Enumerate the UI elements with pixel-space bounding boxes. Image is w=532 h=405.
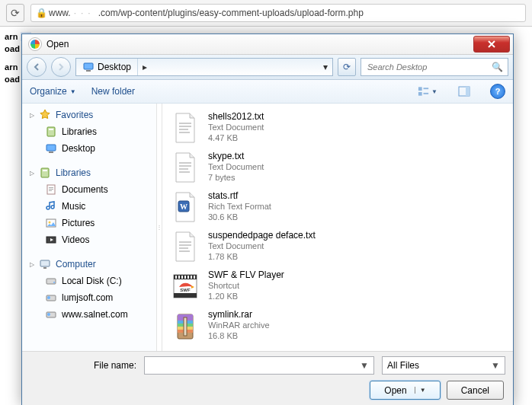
open-file-dialog: Open Desktop ▸ ▾ ⟳ 🔍 Orga: [21, 33, 514, 405]
svg-rect-50: [187, 276, 189, 279]
svg-rect-17: [49, 190, 52, 191]
file-name: suspendedpage deface.txt: [208, 230, 316, 241]
organize-menu[interactable]: Organize▼: [30, 86, 76, 97]
file-item[interactable]: SWFSWF & FLV PlayerShortcut1.20 KB: [165, 266, 510, 306]
svg-rect-36: [179, 171, 190, 173]
forward-button[interactable]: [51, 57, 71, 77]
svg-point-19: [49, 222, 51, 224]
preview-pane-button[interactable]: [453, 82, 475, 100]
net-icon: [45, 292, 57, 304]
chevron-down-icon[interactable]: ▼: [489, 359, 502, 372]
file-kind: Text Document: [208, 241, 316, 251]
sidebar-item[interactable]: Desktop: [22, 140, 156, 157]
svg-rect-51: [191, 276, 192, 279]
url-bar[interactable]: 🔒 www. ··· .com/wp-content/plugins/easy-…: [30, 4, 526, 22]
svg-rect-4: [424, 88, 429, 89]
svg-rect-47: [178, 276, 180, 279]
net-icon: [45, 308, 57, 320]
file-icon: [170, 111, 200, 145]
chevron-right-icon[interactable]: ▸: [138, 62, 152, 72]
close-button[interactable]: [473, 36, 510, 53]
chevron-down-icon[interactable]: ▼: [358, 359, 370, 372]
sidebar-item[interactable]: lumjsoft.com: [22, 289, 156, 306]
desktop-icon: [45, 142, 57, 155]
file-icon: [170, 230, 200, 263]
location-bar[interactable]: Desktop ▸ ▾: [75, 58, 333, 76]
svg-rect-42: [179, 250, 190, 252]
file-kind: Text Document: [208, 161, 264, 172]
svg-rect-7: [466, 87, 470, 96]
sidebar-item[interactable]: www.salnet.com: [22, 306, 156, 323]
file-icon: W: [170, 190, 200, 224]
svg-rect-60: [184, 317, 187, 336]
svg-rect-45: [174, 293, 197, 298]
file-name: symlink.rar: [208, 309, 270, 320]
file-item[interactable]: suspendedpage deface.txtText Document1.7…: [165, 227, 510, 266]
file-kind: Rich Text Format: [208, 201, 271, 212]
sidebar-item[interactable]: Documents: [22, 181, 156, 198]
back-button[interactable]: [27, 57, 46, 77]
doc-icon: [45, 183, 57, 196]
filename-label: File name:: [30, 360, 136, 371]
sidebar-item[interactable]: Pictures: [22, 215, 156, 231]
svg-rect-12: [41, 168, 49, 177]
refresh-button[interactable]: ⟳: [338, 58, 356, 76]
new-folder-button[interactable]: New folder: [91, 86, 135, 97]
reload-button[interactable]: ⟳: [6, 4, 24, 22]
dialog-title: Open: [46, 39, 69, 49]
help-button[interactable]: ?: [490, 84, 505, 99]
sidebar-item[interactable]: Music: [22, 198, 156, 215]
svg-rect-48: [181, 276, 183, 279]
sidebar-resizer[interactable]: ⋮: [157, 104, 162, 351]
dialog-footer: File name: ▼ All Files ▼ Open ▼ Cancel: [22, 351, 513, 405]
sidebar-item[interactable]: Libraries: [22, 123, 156, 140]
svg-rect-49: [184, 276, 186, 279]
chevron-icon: ▷: [30, 261, 34, 268]
svg-rect-46: [175, 276, 177, 279]
sidebar-group-libraries[interactable]: ▷Libraries: [22, 164, 156, 181]
sidebar-group-computer[interactable]: ▷Computer: [22, 256, 156, 273]
svg-rect-1: [86, 70, 91, 72]
svg-text:SWF: SWF: [180, 288, 191, 292]
file-icon: [170, 151, 200, 184]
svg-rect-15: [49, 187, 53, 188]
sidebar[interactable]: ▷FavoritesLibrariesDesktop▷LibrariesDocu…: [22, 104, 157, 351]
search-input[interactable]: [366, 62, 492, 72]
open-button[interactable]: Open ▼: [370, 381, 440, 400]
file-filter[interactable]: All Files ▼: [382, 356, 505, 375]
filename-combo[interactable]: ▼: [144, 356, 374, 375]
url-prefix: www.: [49, 8, 71, 18]
svg-text:W: W: [180, 202, 187, 211]
view-mode-button[interactable]: ▼: [417, 82, 438, 100]
chevron-icon: ▷: [30, 170, 34, 177]
location-crumb-desktop[interactable]: Desktop: [76, 59, 138, 75]
file-item[interactable]: skype.txtText Document7 bytes: [165, 148, 510, 187]
sidebar-item[interactable]: Local Disk (C:): [22, 273, 156, 289]
file-item[interactable]: Wstats.rtfRich Text Format30.6 KB: [165, 187, 510, 227]
file-item[interactable]: symlink.rarWinRAR archive16.8 KB: [165, 306, 510, 346]
sidebar-group-favorites[interactable]: ▷Favorites: [22, 107, 156, 123]
file-name: shells2012.txt: [208, 111, 264, 122]
svg-rect-34: [179, 165, 191, 167]
browser-chrome: ⟳ 🔒 www. ··· .com/wp-content/plugins/eas…: [0, 0, 532, 27]
sidebar-item[interactable]: Videos: [22, 231, 156, 248]
file-size: 16.8 KB: [208, 330, 270, 341]
pic-icon: [45, 217, 57, 229]
vid-icon: [45, 234, 57, 246]
svg-rect-29: [179, 123, 191, 124]
location-dropdown-icon[interactable]: ▾: [319, 62, 332, 72]
computer-icon: [39, 258, 51, 270]
file-size: 1.20 KB: [208, 291, 284, 301]
open-split-icon[interactable]: ▼: [415, 387, 426, 394]
cancel-button[interactable]: Cancel: [447, 381, 504, 400]
file-size: 1.78 KB: [208, 251, 316, 262]
file-kind: WinRAR archive: [208, 320, 270, 330]
svg-rect-31: [179, 129, 188, 130]
file-item[interactable]: shells2012.txtText Document4.47 KB: [165, 108, 510, 148]
filename-input[interactable]: [149, 359, 358, 372]
close-icon: [487, 40, 496, 49]
svg-rect-8: [47, 127, 55, 136]
file-list[interactable]: shells2012.txtText Document4.47 KBskype.…: [162, 104, 513, 351]
file-kind: Shortcut: [208, 280, 284, 291]
search-box[interactable]: 🔍: [361, 58, 508, 76]
